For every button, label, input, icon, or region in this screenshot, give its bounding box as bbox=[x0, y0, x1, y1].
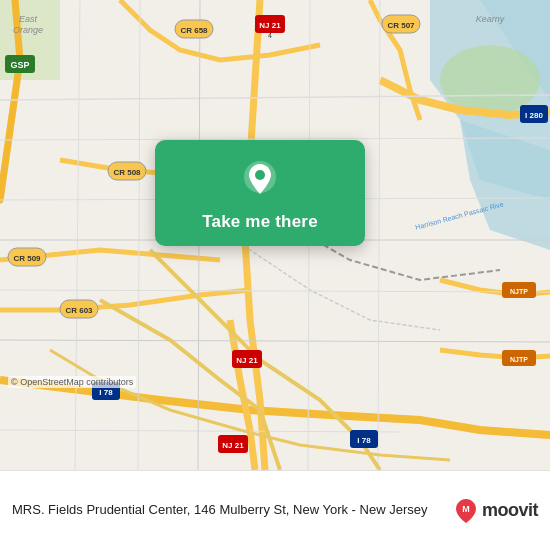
svg-text:I 78: I 78 bbox=[99, 388, 113, 397]
map-copyright: © OpenStreetMap contributors bbox=[8, 376, 136, 388]
moovit-pin-icon: M bbox=[452, 497, 480, 525]
svg-text:4: 4 bbox=[268, 32, 272, 39]
svg-text:Kearny: Kearny bbox=[476, 14, 505, 24]
svg-text:NJTP: NJTP bbox=[510, 288, 528, 295]
take-me-there-card[interactable]: Take me there bbox=[155, 140, 365, 246]
svg-text:CR 509: CR 509 bbox=[13, 254, 41, 263]
svg-text:GSP: GSP bbox=[10, 60, 29, 70]
svg-text:CR 658: CR 658 bbox=[180, 26, 208, 35]
svg-text:CR 603: CR 603 bbox=[65, 306, 93, 315]
svg-text:I 78: I 78 bbox=[357, 436, 371, 445]
address-text: MRS. Fields Prudential Center, 146 Mulbe… bbox=[12, 501, 442, 519]
bottom-bar: MRS. Fields Prudential Center, 146 Mulbe… bbox=[0, 470, 550, 550]
svg-text:NJ 21: NJ 21 bbox=[222, 441, 244, 450]
map-container: GSP CR 658 NJ 21 4 CR 507 I 280 CR 508 H… bbox=[0, 0, 550, 470]
moovit-logo: M moovit bbox=[452, 497, 538, 525]
svg-text:NJTP: NJTP bbox=[510, 356, 528, 363]
svg-point-4 bbox=[440, 45, 540, 115]
svg-text:East: East bbox=[19, 14, 38, 24]
svg-text:CR 507: CR 507 bbox=[387, 21, 415, 30]
moovit-brand-text: moovit bbox=[482, 500, 538, 521]
svg-text:M: M bbox=[462, 504, 470, 514]
location-pin-icon bbox=[238, 158, 282, 202]
svg-text:CR 508: CR 508 bbox=[113, 168, 141, 177]
take-me-there-button[interactable]: Take me there bbox=[202, 212, 318, 232]
svg-point-53 bbox=[255, 170, 265, 180]
svg-text:Orange: Orange bbox=[13, 25, 43, 35]
svg-text:NJ 21: NJ 21 bbox=[236, 356, 258, 365]
svg-text:I 280: I 280 bbox=[525, 111, 543, 120]
svg-text:NJ 21: NJ 21 bbox=[259, 21, 281, 30]
